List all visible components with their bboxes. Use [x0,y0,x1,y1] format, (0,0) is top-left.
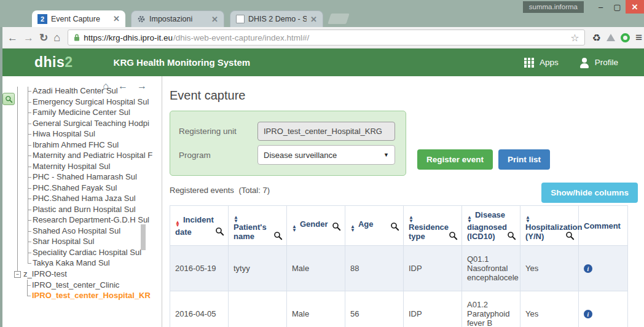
bookmark-star-icon[interactable]: ☆ [570,32,579,44]
close-button[interactable]: ✕ [626,0,644,14]
tree-item[interactable]: Ibrahim Ahmed FHC Sul [28,140,155,151]
column-header[interactable]: ▲▼Hospitalization (Y/N) [520,206,579,246]
collapse-icon[interactable]: − [14,271,21,278]
home-icon[interactable]: ⌂ [53,32,60,43]
info-icon[interactable]: i [584,264,592,273]
column-label: Patient's name [234,223,267,241]
search-icon[interactable] [215,227,224,238]
tree-group-ipro-test[interactable]: − z_IPRO-test [17,269,155,280]
tree-item[interactable]: Family Medicine Center Sul [28,107,155,118]
column-header[interactable]: ▲▼Patient's name [229,206,287,246]
tree-item[interactable]: Azadi Health Center Sul [28,87,155,97]
cell-disease: Q01.1 Nasofrontal encephalocele [462,246,520,291]
tree-item-label: Hiwa Hospital Sul [33,129,95,138]
table-row[interactable]: 2016-05-19 tytyy Male 88 IDP Q01.1 Nasof… [170,246,628,291]
sort-icon[interactable]: ▲▼ [175,221,180,227]
search-icon[interactable] [273,231,283,242]
tree-item[interactable]: Research Department-G.D.H Sul [28,215,155,226]
events-table: ▲▼Incident date ▲▼Patient's name [170,205,628,327]
logo-word: dhis [34,54,65,70]
search-icon[interactable] [449,231,458,242]
tree-item[interactable]: Takya Kaka Mand Sul [28,258,155,269]
forward-icon[interactable]: → [23,33,34,43]
profile-icon [579,58,589,68]
info-icon[interactable]: i [584,310,592,318]
tree-item[interactable]: Speciality Cardiac Hospital Sul [28,247,155,258]
extension-recycle-icon[interactable]: ♻ [592,32,601,44]
program-selected-value: Disease surveillance [264,151,337,160]
tree-item[interactable]: Plastic and Burn Hospital Sul [28,204,155,215]
form-and-actions: Registering unit Program Disease surveil… [170,111,638,176]
apps-label: Apps [540,58,559,67]
close-tab-icon[interactable]: ✕ [310,15,317,24]
close-tab-icon[interactable]: ✕ [211,15,218,24]
tree-item[interactable]: IPRO_test_center_Clinic [27,280,155,291]
back-icon[interactable]: ← [7,33,18,43]
url-bar[interactable]: https://krg-dhis.ipro-it.eu/dhis-web-eve… [68,30,584,45]
sort-icon[interactable]: ▲▼ [350,225,355,232]
sort-icon[interactable]: ▲▼ [409,216,414,223]
tree-item[interactable]: Hiwa Hospital Sul [28,128,155,140]
extension-green-icon[interactable] [621,33,630,42]
column-header[interactable]: ▲▼Residence type [404,206,462,246]
tree-item[interactable]: PHC - Shahed Hamarash Sul [28,171,155,183]
tree-item[interactable]: Shahed Aso Hospital Sul [28,226,155,237]
column-header[interactable]: ▲▼Gender [287,206,345,246]
tree-item[interactable]: PHC.Shahed Hama Jaza Sul [28,193,155,204]
register-event-button[interactable]: Register event [417,149,493,170]
program-label: Program [179,151,257,160]
column-header[interactable]: ▲▼Incident date [170,206,229,246]
tree-item-label: Shar Hospital Sul [33,237,94,246]
sort-icon[interactable]: ▲▼ [525,216,530,223]
tree-vertical-scrollbar[interactable] [141,224,146,250]
events-label: Registered events [170,186,234,195]
profile-menu[interactable]: Profile [579,58,618,68]
tree-item-label: General Surgical Teaching Hodpi [33,119,149,128]
show-hide-columns-button[interactable]: Show/hide columns [541,183,638,203]
tab-impostazioni[interactable]: Impostazioni ✕ [131,10,224,27]
tab-dhis2-demo[interactable]: DHIS 2 Demo - Sierra Leo ✕ [230,10,323,27]
tree-item[interactable]: IPRO_test_center_Hospital_KR [27,290,155,301]
page-title: Event capture [170,89,638,103]
column-header[interactable]: ▲▼Comment [579,206,628,246]
tab-event-capture[interactable]: 2 Event Capture ✕ [32,10,125,27]
column-header[interactable]: ▲▼Age [345,206,404,246]
tree-item-label: Plastic and Burn Hospital Sul [33,205,136,214]
minimize-button[interactable]: – [592,0,609,14]
reload-icon[interactable]: ↻ [39,33,48,43]
tree-item[interactable]: General Surgical Teaching Hodpi [28,118,155,129]
tree-group-label: z_IPRO-test [23,269,67,278]
tree-item[interactable]: Shar Hospital Sul [28,236,155,247]
cell-disease: A01.2 Paratyphoid fever B [462,291,520,327]
apps-menu[interactable]: Apps [524,58,559,68]
close-tab-icon[interactable]: ✕ [113,14,120,23]
dhis2-logo[interactable]: dhis2 [34,54,73,71]
cell-incident-date: 2016-05-19 [170,246,229,291]
search-icon[interactable] [507,231,516,242]
tree-item[interactable]: PHC.Shahed Fayak Sul [28,183,155,194]
column-label: Comment [584,221,621,230]
search-icon[interactable] [390,222,399,233]
program-select[interactable]: Disease surveillance ▼ [257,145,395,165]
print-list-button[interactable]: Print list [498,149,550,170]
maximize-button[interactable]: ▢ [609,0,626,14]
cell-comment: i [579,246,628,291]
sort-icon[interactable]: ▲▼ [234,216,238,223]
search-icon[interactable] [332,222,341,233]
new-tab-button[interactable] [328,14,350,24]
cell-residence-type: IDP [404,291,462,327]
column-header[interactable]: ▲▼Disease diagnosed (ICD10) [462,206,520,246]
sort-icon[interactable]: ▲▼ [467,216,472,223]
sort-icon[interactable]: ▲▼ [292,225,297,232]
search-icon[interactable] [565,231,575,242]
registering-unit-label: Registering unit [179,127,257,136]
extension-drive-icon[interactable] [607,34,615,41]
column-label: Disease diagnosed (ICD10) [467,210,507,241]
chrome-menu-icon[interactable]: ≡ [635,31,642,44]
tree-item[interactable]: Maternity and Pediatric Hospital F [28,150,155,161]
tree-item[interactable]: Maternity Hospital Sul [28,161,155,172]
table-row[interactable]: 2016-04-05 Male 56 IDP A01.2 Paratyphoid… [170,291,628,327]
orgunit-sidebar: ⌂ ← → Azadi Health Center Sul Emergency … [2,76,162,327]
tree-item-label: Ibrahim Ahmed FHC Sul [33,140,119,149]
tree-item[interactable]: Emergency Surgical Hospital Sul [28,97,155,108]
